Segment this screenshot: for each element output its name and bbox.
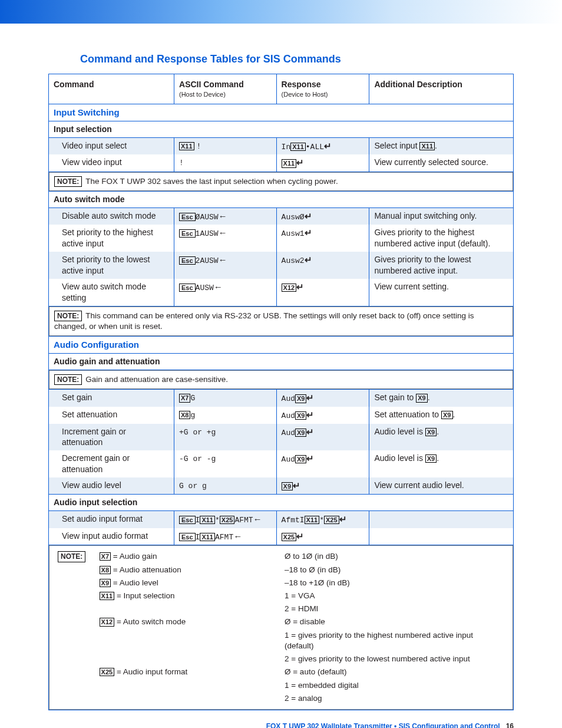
note-row-2: NOTE:This command can be entered only vi… — [49, 306, 514, 336]
page-title: Command and Response Tables for SIS Comm… — [80, 53, 514, 65]
col-command: Command — [49, 74, 174, 104]
row-view-input-audio-format: View input audio format EscIX11AFMT X25 — [49, 528, 514, 545]
row-priority-lowest: Set priority to the lowest active input … — [49, 252, 514, 279]
note-row-3: NOTE:Gain and attenuation are case-sensi… — [49, 370, 514, 390]
subsection-input-selection: Input selection — [49, 121, 514, 137]
table-header-row: Command ASCII Command(Host to Device) Re… — [49, 74, 514, 104]
row-set-gain: Set gain X7G AudX9 Set gain to X9. — [49, 390, 514, 407]
subsection-audio-input-sel: Audio input selection — [49, 495, 514, 511]
row-set-attenuation: Set attenuation X8g AudX9 Set attenuatio… — [49, 407, 514, 424]
command-table: Command ASCII Command(Host to Device) Re… — [48, 74, 514, 710]
note-row-1: NOTE:The FOX T UWP 302 saves the last in… — [49, 172, 514, 191]
col-response: Response(Device to Host) — [276, 74, 369, 104]
row-set-audio-input-format: Set audio input format EscIX11*X25AFMT A… — [49, 511, 514, 528]
row-view-audio-level: View audio level G or g X9 View current … — [49, 477, 514, 495]
subsection-auto-switch: Auto switch mode — [49, 191, 514, 207]
row-priority-highest: Set priority to the highest active input… — [49, 225, 514, 252]
row-decrement: Decrement gain or attenuation -G or -g A… — [49, 450, 514, 477]
row-disable-auto-switch: Disable auto switch mode EscØAUSW AuswØ … — [49, 207, 514, 225]
row-view-auto-switch: View auto switch mode setting EscAUSW X1… — [49, 279, 514, 306]
page-content: Command and Response Tables for SIS Comm… — [25, 24, 537, 728]
subsection-audio-gain: Audio gain and attenuation — [49, 354, 514, 370]
top-gradient-bar — [0, 0, 562, 24]
row-view-video-input: View video input ! X11 View currently se… — [49, 154, 514, 172]
row-video-input-select: Video input select X11 ! InX11ALL Select… — [49, 137, 514, 154]
section-audio-config: Audio Configuration — [49, 337, 514, 354]
page-footer: FOX T UWP 302 Wallplate Transmitter • SI… — [48, 722, 514, 728]
col-ascii: ASCII Command(Host to Device) — [174, 74, 277, 104]
col-desc: Additional Description — [369, 74, 514, 104]
legend-block: NOTE: X7 = Audio gain Ø to 1Ø (in dB) X8… — [49, 545, 514, 710]
section-input-switching: Input Switching — [49, 104, 514, 121]
row-increment: Increment gain or attenuation +G or +g A… — [49, 424, 514, 451]
